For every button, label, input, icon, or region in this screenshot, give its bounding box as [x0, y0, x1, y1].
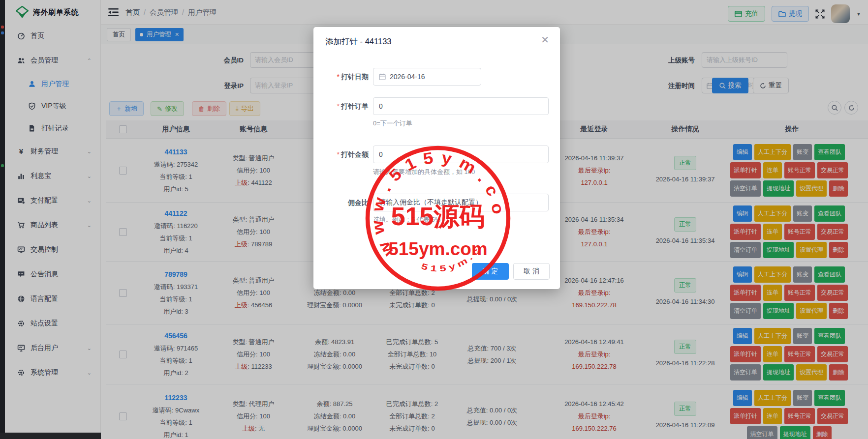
modal-help-text: 请输入需要增加的具体金额，如 100 — [373, 168, 475, 176]
modal-input-打针日期[interactable]: 2026-04-16 — [373, 68, 481, 86]
modal-field-打针日期: *打针日期2026-04-16 — [313, 68, 560, 86]
modal-field-佣金比: 佣金比请输入佣金比（不填走默认配置） — [313, 194, 560, 211]
modal-input-value: 0 — [379, 102, 383, 110]
modal-label-打针日期: *打针日期 — [313, 68, 369, 86]
modal-input-value: 2026-04-16 — [390, 73, 425, 81]
modal-help-text: 选填。例如：5 代表 5% — [373, 215, 440, 224]
modal-input-打针金额[interactable]: 0 — [373, 146, 549, 163]
calendar-icon — [379, 73, 386, 80]
modal-footer: 确 定 取 消 — [472, 263, 550, 280]
modal-field-打针订单: *打针订单0 — [313, 97, 560, 115]
required-asterisk: * — [337, 102, 340, 110]
modal-field-打针金额: *打针金额0 — [313, 146, 560, 163]
confirm-button[interactable]: 确 定 — [472, 263, 509, 280]
modal-close-icon[interactable]: ✕ — [541, 34, 549, 46]
modal-input-value: 0 — [379, 150, 383, 158]
modal-input-打针订单[interactable]: 0 — [373, 97, 549, 115]
modal-title: 添加打针 - 441133 — [325, 36, 392, 47]
modal-label-佣金比: 佣金比 — [313, 194, 369, 211]
cancel-button[interactable]: 取 消 — [513, 263, 550, 280]
modal-input-placeholder: 请输入佣金比（不填走默认配置） — [379, 198, 482, 207]
modal-help-text: 0=下一个订单 — [373, 119, 412, 128]
required-asterisk: * — [337, 150, 340, 158]
modal-label-打针订单: *打针订单 — [313, 97, 369, 115]
add-injection-modal: 添加打针 - 441133 ✕ *打针日期2026-04-16*打针订单00=下… — [313, 27, 560, 289]
required-asterisk: * — [337, 73, 340, 81]
modal-label-打针金额: *打针金额 — [313, 146, 369, 163]
modal-input-佣金比[interactable]: 请输入佣金比（不填走默认配置） — [373, 194, 549, 211]
